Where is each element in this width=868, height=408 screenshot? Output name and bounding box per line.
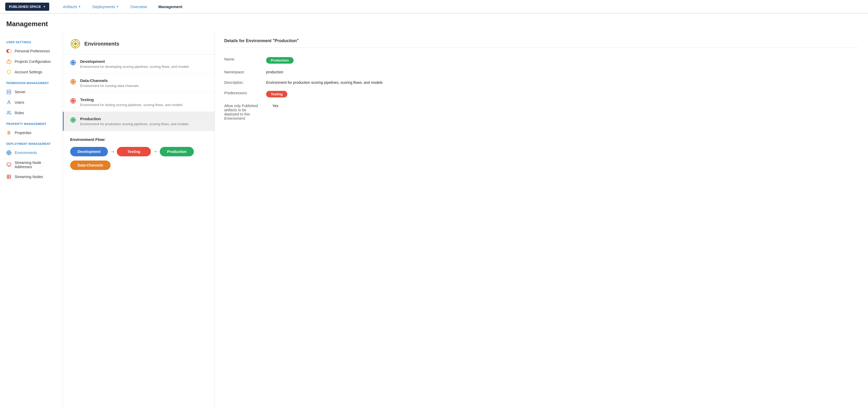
svg-point-17 xyxy=(8,152,9,153)
flow-node-testing: Testing xyxy=(117,147,151,156)
svg-rect-4 xyxy=(7,92,11,94)
sidebar-label-users: Users xyxy=(15,100,24,104)
flow-arrow-1: → xyxy=(108,149,117,155)
environments-header-icon xyxy=(70,38,81,49)
nav-item-management[interactable]: Management xyxy=(153,0,188,13)
sidebar-item-properties[interactable]: Properties xyxy=(0,128,63,138)
details-label-namespace: Namespace: xyxy=(224,67,266,77)
env-item-production[interactable]: Production Environment for production sc… xyxy=(63,112,215,131)
flow-node-production: Production xyxy=(160,147,194,156)
details-value-namespace: production xyxy=(266,67,859,77)
nav-item-overview[interactable]: Overview xyxy=(125,0,153,13)
sidebar-item-users[interactable]: Users xyxy=(0,97,63,107)
nav-label-management: Management xyxy=(158,4,183,9)
sidebar-item-account-settings[interactable]: Account Settings xyxy=(0,67,63,77)
main-layout: USER SETTINGS Personal Preferences Proje… xyxy=(0,32,868,408)
environments-header: Environments xyxy=(63,32,215,55)
suitcase-icon xyxy=(6,59,11,64)
sidebar-section-permission-management: PERMISSION MANAGEMENT xyxy=(0,77,63,87)
toggle-icon xyxy=(6,49,11,54)
sidebar-label-streaming-nodes: Streaming Nodes xyxy=(15,175,43,179)
production-name-badge: Production xyxy=(266,57,293,64)
svg-point-13 xyxy=(9,132,10,133)
environments-list: Environments xyxy=(63,32,215,408)
top-navigation: PUBLISHED SPACE ▼ Artifacts ▼ Deployment… xyxy=(0,0,868,13)
server-icon xyxy=(6,89,11,95)
details-row-name: Name: Production xyxy=(224,54,859,67)
sidebar-item-roles[interactable]: Roles xyxy=(0,107,63,118)
svg-point-12 xyxy=(8,131,9,132)
target-icon xyxy=(6,150,11,155)
svg-rect-3 xyxy=(7,90,11,92)
details-value-description: Environment for production scoring pipel… xyxy=(266,77,859,88)
sidebar-label-personal-preferences: Personal Preferences xyxy=(15,49,50,53)
table-icon xyxy=(6,174,11,179)
users-icon xyxy=(6,110,11,116)
brand-button[interactable]: PUBLISHED SPACE ▼ xyxy=(5,3,49,11)
details-table: Name: Production Namespace: production D… xyxy=(224,54,859,124)
svg-rect-25 xyxy=(7,175,11,179)
details-label-name: Name: xyxy=(224,54,266,67)
env-item-development[interactable]: Development Environment for developing s… xyxy=(63,55,215,73)
sidebar-label-properties: Properties xyxy=(15,131,31,135)
sidebar-label-roles: Roles xyxy=(15,111,24,115)
svg-point-7 xyxy=(8,100,10,102)
sliders-icon xyxy=(6,130,11,135)
data-channels-env-icon xyxy=(70,79,76,85)
user-icon xyxy=(6,100,11,105)
sidebar-item-server[interactable]: Server xyxy=(0,87,63,97)
environments-title: Environments xyxy=(84,41,119,47)
development-env-desc: Environment for developing scoring pipel… xyxy=(80,65,189,69)
env-item-data-channels-text: Data-Channels Environment for running da… xyxy=(80,78,138,88)
page: Management USER SETTINGS Personal Prefer… xyxy=(0,13,868,408)
data-channels-env-desc: Environment for running data channels xyxy=(80,84,138,88)
details-label-predecessors: Predecessors: xyxy=(224,88,266,100)
env-item-testing[interactable]: Testing Environment for testing scoring … xyxy=(63,93,215,112)
sidebar-section-property-management: PROPERTY MANAGEMENT xyxy=(0,118,63,128)
details-label-description: Description: xyxy=(224,77,266,88)
environment-flow-section: Environment Flow: Development → Testing … xyxy=(63,131,215,176)
svg-point-52 xyxy=(72,100,73,101)
testing-env-icon xyxy=(70,98,76,104)
shield-icon xyxy=(6,69,11,75)
sidebar-label-account-settings: Account Settings xyxy=(15,70,42,74)
sidebar-label-server: Server xyxy=(15,90,25,94)
env-item-production-text: Production Environment for production sc… xyxy=(80,117,188,126)
sidebar-item-streaming-node-addresses[interactable]: Streaming Node Addresses xyxy=(0,158,63,171)
brand-label: PUBLISHED SPACE xyxy=(9,5,41,9)
development-env-name: Development xyxy=(80,59,189,64)
flow-row-main: Development → Testing → Production xyxy=(70,147,207,156)
details-value-name: Production xyxy=(266,54,859,67)
brand-chevron-icon: ▼ xyxy=(43,5,46,8)
testing-env-desc: Environment for testing scoring pipeline… xyxy=(80,103,183,107)
sidebar: USER SETTINGS Personal Preferences Proje… xyxy=(0,32,63,408)
sidebar-label-environments: Environments xyxy=(15,151,37,155)
flow-node-development: Development xyxy=(70,147,108,156)
sidebar-label-projects-configuration: Projects Configuration xyxy=(15,59,51,64)
nav-item-deployments[interactable]: Deployments ▼ xyxy=(87,0,125,13)
details-title: Details for Environment "Production" xyxy=(224,38,859,48)
sidebar-item-personal-preferences[interactable]: Personal Preferences xyxy=(0,46,63,56)
svg-point-38 xyxy=(72,62,73,63)
sidebar-section-user-settings: USER SETTINGS xyxy=(0,36,63,46)
details-row-predecessors: Predecessors: Testing xyxy=(224,88,859,100)
env-item-testing-text: Testing Environment for testing scoring … xyxy=(80,97,183,107)
page-title: Management xyxy=(0,13,868,32)
content-area: Environments xyxy=(63,32,868,408)
sidebar-item-streaming-nodes[interactable]: Streaming Nodes xyxy=(0,171,63,182)
svg-rect-22 xyxy=(7,163,11,166)
details-row-namespace: Namespace: production xyxy=(224,67,859,77)
sidebar-item-projects-configuration[interactable]: Projects Configuration xyxy=(0,56,63,67)
sidebar-item-environments[interactable]: Environments xyxy=(0,148,63,158)
nav-label-artifacts: Artifacts xyxy=(63,4,77,9)
flow-node-data-channels: Data-Channels xyxy=(70,160,111,170)
details-row-published-only: Allow only Published artifacts to be dep… xyxy=(224,100,859,124)
details-row-description: Description: Environment for production … xyxy=(224,77,859,88)
nav-item-artifacts[interactable]: Artifacts ▼ xyxy=(57,0,87,13)
production-env-icon xyxy=(70,117,76,123)
details-value-published-only: Yes xyxy=(266,100,859,124)
details-panel: Details for Environment "Production" Nam… xyxy=(215,32,868,408)
predecessors-badge: Testing xyxy=(266,91,287,97)
nav-label-overview: Overview xyxy=(130,4,147,9)
env-item-data-channels[interactable]: Data-Channels Environment for running da… xyxy=(63,73,215,93)
